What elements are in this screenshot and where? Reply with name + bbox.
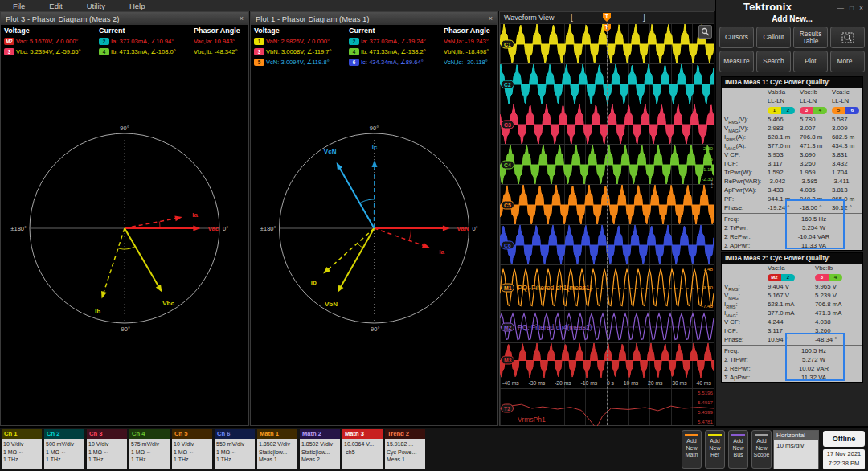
- scale-value: 5.5196: [698, 391, 713, 396]
- badge-ch5[interactable]: Ch 510 V/div1 MΩ ∼1 THz: [172, 429, 212, 469]
- source-badge-4: 4: [99, 48, 109, 55]
- summary-label: Freq:: [724, 346, 768, 355]
- source-badge-6: 6: [349, 59, 359, 66]
- phasor-arrowhead-Ia: [174, 215, 182, 221]
- phasor-vector-Ia: [375, 228, 425, 246]
- phasor-vector-Ia: [125, 218, 178, 228]
- readout-columns-header: VoltageCurrentPhasor Angle: [251, 25, 497, 36]
- trigger-marker[interactable]: T: [603, 13, 611, 22]
- phasor-arrowhead-Vbc: [156, 285, 162, 293]
- add-button-line: Bus: [729, 452, 747, 459]
- color-stripe: [708, 434, 722, 436]
- badge-header: Ch 5: [172, 429, 212, 439]
- trace-badge-M2[interactable]: M2: [501, 322, 514, 331]
- trace-badge-C1[interactable]: C1: [501, 39, 514, 48]
- add-new-bus-button[interactable]: AddNewBus: [728, 430, 748, 469]
- voltage-readout: VaN: 2.9826V, ∠0.000°: [266, 38, 330, 45]
- add-button-line: Scope: [752, 452, 771, 459]
- cursors-button[interactable]: Cursors: [719, 27, 754, 48]
- waveform-view-title: Waveform View: [504, 14, 555, 22]
- imda-meas1-table-title: IMDA Meas 1: Cyc Power Quality': [722, 77, 862, 88]
- chip-half-4: 4: [813, 107, 827, 114]
- scale-value: 2.30: [702, 146, 713, 152]
- readout-col-voltage: Voltage: [4, 27, 99, 35]
- trigger-position-line[interactable]: [607, 23, 608, 425]
- trace-badge-C2[interactable]: C2: [501, 80, 514, 88]
- phasor-arrowhead-Ia: [422, 243, 430, 248]
- app-title-bar: Tektronix —□×: [716, 0, 868, 13]
- imda-meas2-table-title: IMDA Meas 2: Cyc Power Quality': [722, 253, 862, 264]
- badge-math1[interactable]: Math 11.8502 V/divStatic|low...Meas 1: [257, 429, 297, 469]
- restore-icon[interactable]: □: [850, 4, 854, 12]
- summary-label: Σ RePwr:: [724, 364, 768, 373]
- axis-label-0: 0°: [473, 225, 478, 232]
- plot3-close-icon[interactable]: ×: [240, 14, 244, 23]
- badge-math3[interactable]: Math 310.0364 V...-ch5: [342, 429, 383, 469]
- summary-label: Σ RePwr:: [724, 232, 768, 241]
- chip-half-3: 3: [800, 107, 813, 114]
- waveform-zoom-icon[interactable]: [698, 25, 712, 39]
- meas-value: 1.704: [832, 168, 864, 177]
- menu-help[interactable]: Help: [129, 2, 145, 10]
- callout-button[interactable]: Callout: [756, 27, 791, 48]
- trace-badge-C5[interactable]: C5: [501, 200, 514, 209]
- marquee-zoom-button[interactable]: [830, 27, 865, 48]
- meas-row-label: Phase:: [724, 335, 768, 344]
- plot3-header[interactable]: Plot 3 - Phasor Diagram (Meas 2) ×: [1, 12, 248, 25]
- plot3-panel: Plot 3 - Phasor Diagram (Meas 2) × Volta…: [0, 11, 249, 426]
- badge-setting-line: 1 THz: [88, 456, 125, 464]
- add-new-button-grid: CursorsCalloutResults TableMeasureSearch…: [716, 27, 868, 72]
- meas-row: VMAG:5.167 V5.239 V: [722, 291, 862, 300]
- panel-splitter-handle[interactable]: ⋮⋮: [708, 178, 716, 186]
- phasor-label-Ia: Ia: [439, 248, 444, 256]
- badge-ch2[interactable]: Ch 2500 mV/div1 MΩ ∼1 THz: [44, 429, 84, 469]
- add-new-label: Add New...: [716, 14, 868, 23]
- search-button[interactable]: Search: [756, 51, 791, 72]
- phasor-angle-readout: Vbc,Ib: -48.342°: [194, 48, 238, 55]
- trace-badge-C3[interactable]: C3: [501, 120, 514, 129]
- menu-utility[interactable]: Utility: [87, 2, 105, 10]
- trace-badge-T2[interactable]: T2: [501, 403, 514, 412]
- trace-badge-M3[interactable]: M3: [501, 356, 514, 365]
- badge-header: Math 2: [300, 429, 340, 439]
- color-stripe: [755, 434, 768, 436]
- add-new-scope-button[interactable]: AddNewScope: [751, 430, 772, 469]
- add-new-math-button[interactable]: AddNewMath: [682, 430, 702, 469]
- zoom-bracket-open[interactable]: [: [571, 12, 573, 23]
- more--button[interactable]: More...: [830, 51, 865, 72]
- trace-badge-C6[interactable]: C6: [501, 240, 514, 249]
- add-new-ref-button[interactable]: AddNewRef: [705, 430, 725, 469]
- meas-row-label: TrPwr(W):: [724, 168, 768, 177]
- badge-ch3[interactable]: Ch 310 V/div1 MΩ ∼1 THz: [87, 429, 127, 469]
- horizontal-settings[interactable]: Horizontal 10 ms/div: [773, 430, 819, 469]
- badge-header: Ch 6: [215, 429, 255, 439]
- badge-math2[interactable]: Math 21.8502 V/divStatic|low...Meas 2: [300, 429, 340, 469]
- menu-edit[interactable]: Edit: [49, 2, 62, 10]
- plot-button[interactable]: Plot: [793, 51, 828, 72]
- plot1-close-icon[interactable]: ×: [489, 14, 493, 23]
- zoom-bracket-close[interactable]: ]: [643, 12, 645, 23]
- badge-settings: 10.0364 V...-ch5: [342, 439, 383, 469]
- meas-row-label: RePwr(VAR):: [724, 177, 768, 186]
- menu-file[interactable]: File: [13, 2, 25, 10]
- plot1-header[interactable]: Plot 1 - Phasor Diagram (Meas 1) ×: [251, 12, 497, 25]
- meas-value: 3.831: [832, 150, 864, 159]
- badge-trend2[interactable]: Trend 215.9182 ...Cyc Powe...Meas 1: [385, 429, 425, 469]
- trace-badge-M1[interactable]: M1: [501, 284, 514, 293]
- trace-badge-C4[interactable]: C4: [501, 160, 514, 169]
- phasor-label-VcN: VcN: [324, 148, 337, 155]
- badge-settings: 500 mV/div1 MΩ ∼1 THz: [44, 439, 84, 469]
- color-stripe: [731, 434, 745, 436]
- measure-button[interactable]: Measure: [719, 51, 754, 72]
- results-table-button[interactable]: Results Table: [793, 27, 828, 48]
- minimize-icon[interactable]: —: [837, 4, 844, 12]
- meas-row: ApPwr(VA):3.4334.0853.813: [722, 186, 862, 195]
- badge-ch6[interactable]: Ch 6550 mV/div1 MΩ ∼1 THz: [215, 429, 255, 469]
- waveform-view-header[interactable]: Waveform View [ ] T: [500, 12, 714, 23]
- close-icon[interactable]: ×: [859, 4, 863, 12]
- offline-button[interactable]: Offline: [823, 431, 865, 447]
- badge-ch4[interactable]: Ch 4575 mV/div1 MΩ ∼1 THz: [129, 429, 170, 469]
- badge-ch1[interactable]: Ch 110 V/div1 MΩ ∼1 THz: [2, 429, 42, 469]
- phasor-vector-VbN: [340, 228, 375, 289]
- meas-value: 3.433: [768, 186, 800, 195]
